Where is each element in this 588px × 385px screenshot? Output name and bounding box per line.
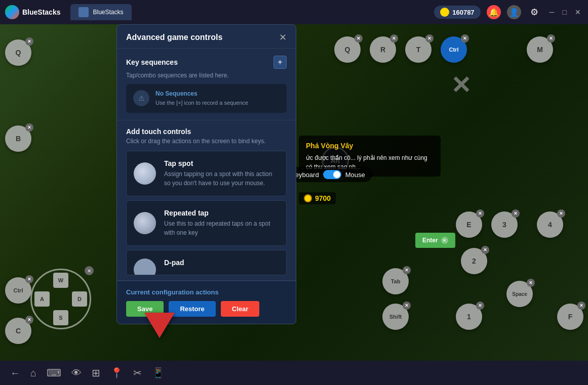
dpad[interactable]: ✕ W A S D: [30, 269, 91, 329]
coin-amount: 160787: [452, 9, 474, 16]
toggle-dot: [333, 171, 340, 178]
key-q-left[interactable]: Q ✕: [5, 39, 31, 66]
key-c[interactable]: C ✕: [5, 318, 31, 344]
key-2-close[interactable]: ✕: [481, 246, 489, 254]
dpad-s[interactable]: S: [53, 310, 68, 325]
action-buttons: Save Restore Clear: [126, 301, 287, 317]
repeated-tap-desc: Use this to add repeated taps on a spot …: [164, 219, 279, 237]
screen-icon[interactable]: ⊞: [92, 367, 100, 379]
enter-key-close[interactable]: ✕: [441, 237, 448, 244]
dpad-container[interactable]: ✕ W A S D: [30, 269, 91, 329]
popup-title: Advanced game controls: [126, 33, 222, 42]
close-window-button[interactable]: ✕: [573, 7, 583, 17]
dpad-w[interactable]: W: [53, 273, 68, 288]
no-sequences-icon: ⚠: [133, 90, 149, 106]
minimize-button[interactable]: ─: [547, 7, 557, 17]
key-space-close[interactable]: ✕: [527, 279, 535, 287]
key-t[interactable]: T✕: [405, 36, 432, 63]
dpad-d[interactable]: D: [72, 291, 87, 307]
app-logo: BlueStacks: [5, 5, 60, 19]
dpad-a[interactable]: A: [34, 291, 50, 307]
key-e[interactable]: E✕: [456, 211, 482, 238]
no-sequences-title: No Sequences: [155, 90, 248, 97]
touch-controls-section: Add touch controls Click or drag the act…: [117, 120, 296, 281]
gold-amount: 9700: [315, 194, 331, 202]
dpad-close[interactable]: ✕: [85, 266, 94, 275]
device-icon[interactable]: 📱: [152, 367, 165, 379]
key-b[interactable]: B ✕: [5, 125, 31, 152]
mouse-label: Mouse: [345, 171, 365, 179]
top-bar: BlueStacks BlueStacks 160787 🔔 👤 ⚙ ─ □ ✕: [0, 0, 588, 24]
tap-spot-info: Tap spot Assign tapping on a spot with t…: [164, 159, 279, 188]
top-bar-right: 160787 🔔 👤 ⚙ ─ □ ✕: [434, 5, 583, 19]
key-4[interactable]: 4✕: [537, 211, 563, 238]
key-m[interactable]: M✕: [527, 36, 553, 63]
key-f-close[interactable]: ✕: [577, 302, 585, 310]
key-space[interactable]: Space ✕: [506, 281, 533, 307]
gold-display: 9700: [299, 192, 336, 204]
key-1-close[interactable]: ✕: [476, 302, 484, 310]
left-game-controls: Q ✕ B ✕ Ctrl ✕ C ✕: [0, 24, 116, 385]
key-tab[interactable]: Tab ✕: [382, 268, 409, 294]
dpad-card[interactable]: D-pad: [126, 250, 287, 275]
key-ctrl-top-close[interactable]: ✕: [461, 34, 469, 42]
settings-button[interactable]: ⚙: [527, 5, 541, 19]
profile-button[interactable]: 👤: [507, 5, 521, 19]
key-3-close[interactable]: ✕: [512, 209, 520, 218]
add-sequence-button[interactable]: +: [273, 56, 287, 69]
screenshot-icon[interactable]: ✂: [133, 367, 142, 379]
restore-button[interactable]: Restore: [169, 301, 215, 317]
key-f[interactable]: F✕: [557, 304, 583, 330]
tap-spot-icon: [134, 162, 156, 185]
repeated-tap-title: Repeated tap: [164, 209, 279, 217]
notifications-button[interactable]: 🔔: [487, 5, 501, 19]
save-button[interactable]: Save: [126, 301, 164, 317]
clear-button[interactable]: Clear: [221, 301, 260, 317]
app-tab[interactable]: BlueStacks: [70, 4, 131, 20]
key-m-close[interactable]: ✕: [547, 34, 555, 42]
notification-title: Phá Vòng Vây: [306, 141, 434, 151]
game-close-x[interactable]: ✕: [451, 71, 471, 99]
key-r[interactable]: R✕: [370, 36, 396, 63]
location-icon[interactable]: 📍: [110, 367, 123, 379]
key-q-left-close[interactable]: ✕: [25, 37, 33, 46]
back-icon[interactable]: ←: [10, 367, 20, 379]
popup-close-button[interactable]: ✕: [279, 33, 287, 42]
popup-header: Advanced game controls ✕: [117, 25, 296, 49]
kb-mouse-toggle[interactable]: Keyboard Mouse: [284, 167, 372, 182]
home-icon[interactable]: ⌂: [30, 367, 36, 379]
dpad-card-title: D-pad: [164, 259, 184, 267]
view-icon[interactable]: 👁: [71, 367, 82, 379]
key-sequences-header: Key sequences +: [126, 56, 287, 69]
key-shift-close[interactable]: ✕: [403, 302, 411, 310]
key-e-close[interactable]: ✕: [476, 209, 484, 218]
key-q-top-close[interactable]: ✕: [355, 34, 363, 42]
key-tab-close[interactable]: ✕: [403, 266, 411, 274]
tap-spot-desc: Assign tapping on a spot with this actio…: [164, 169, 279, 188]
key-ctrl-top[interactable]: Ctrl ✕: [441, 36, 467, 63]
key-t-close[interactable]: ✕: [425, 34, 434, 42]
toggle-switch[interactable]: [323, 170, 341, 179]
key-4-close[interactable]: ✕: [557, 209, 565, 218]
key-2[interactable]: 2✕: [461, 248, 487, 274]
maximize-button[interactable]: □: [561, 7, 569, 17]
key-sequences-section: Key sequences + Tap/combo sequences are …: [117, 49, 296, 120]
window-controls: ─ □ ✕: [547, 7, 583, 17]
repeated-tap-info: Repeated tap Use this to add repeated ta…: [164, 209, 279, 237]
key-ctrl-left[interactable]: Ctrl ✕: [5, 277, 31, 304]
no-sequences-text: No Sequences Use the [+] icon to record …: [155, 90, 248, 107]
repeated-tap-icon: [134, 212, 156, 234]
repeated-tap-card[interactable]: Repeated tap Use this to add repeated ta…: [126, 200, 287, 246]
key-shift[interactable]: Shift ✕: [382, 304, 409, 330]
app-title: BlueStacks: [22, 8, 60, 16]
control-cards-list: Tap spot Assign tapping on a spot with t…: [126, 151, 287, 275]
key-q-top[interactable]: Q✕: [334, 36, 361, 63]
keyboard-icon[interactable]: ⌨: [47, 367, 61, 379]
key-r-close[interactable]: ✕: [390, 34, 398, 42]
tap-spot-card[interactable]: Tap spot Assign tapping on a spot with t…: [126, 151, 287, 196]
enter-key-button[interactable]: Enter ✕: [415, 233, 455, 248]
key-b-close[interactable]: ✕: [25, 123, 33, 132]
key-1[interactable]: 1✕: [456, 304, 482, 330]
key-3[interactable]: 3✕: [491, 211, 518, 238]
tab-label: BlueStacks: [93, 9, 123, 16]
